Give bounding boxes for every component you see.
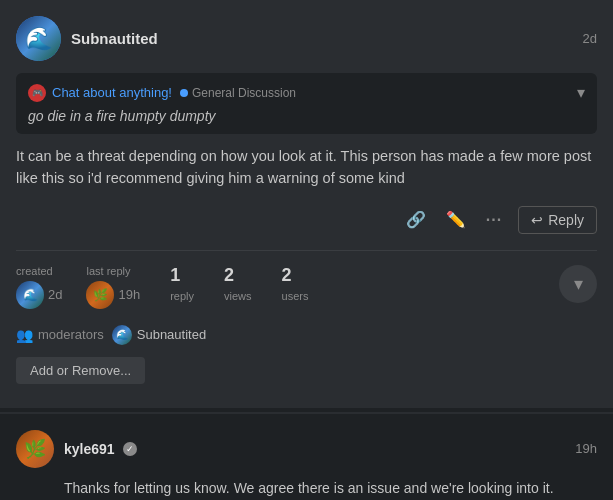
views-stat: 2 views bbox=[224, 265, 252, 306]
second-post-timestamp: 19h bbox=[575, 441, 597, 456]
users-count: 2 bbox=[282, 265, 292, 286]
users-stat: 2 users bbox=[282, 265, 309, 306]
action-bar: 🔗 ✏️ ··· ↩ Reply bbox=[16, 206, 597, 251]
second-post: 🌿 kyle691 ✓ 19h Thanks for letting us kn… bbox=[0, 412, 613, 501]
add-remove-button[interactable]: Add or Remove... bbox=[16, 357, 145, 384]
last-reply-value: 19h bbox=[118, 281, 140, 309]
post-meta: Subnautited bbox=[71, 30, 583, 47]
last-reply-label: last reply bbox=[86, 265, 140, 277]
reply-label: Reply bbox=[548, 212, 584, 228]
last-reply-avatars: 🌿 19h bbox=[86, 281, 140, 309]
reply-label: reply bbox=[170, 290, 194, 302]
avatar: 🌊 bbox=[16, 16, 61, 61]
reply-count: 1 bbox=[170, 265, 180, 286]
user-badge-avatar: 🌊 bbox=[112, 325, 132, 345]
created-section: created 🌊 2d bbox=[16, 265, 62, 309]
reply-arrow-icon: ↩ bbox=[531, 212, 543, 228]
user-badge-name: Subnautited bbox=[137, 327, 206, 342]
moderators-row: 👥 moderators 🌊 Subnautited bbox=[16, 319, 597, 357]
post-timestamp: 2d bbox=[583, 31, 597, 46]
timestamps-section: created 🌊 2d last reply 🌿 19h bbox=[16, 265, 140, 309]
quote-category: General Discussion bbox=[180, 86, 296, 100]
main-post: 🌊 Subnautited 2d 🎮 Chat about anything! … bbox=[0, 0, 613, 408]
quote-icon: 🎮 bbox=[28, 84, 46, 102]
more-options-icon[interactable]: ··· bbox=[482, 207, 506, 233]
second-post-text: Thanks for letting us know. We agree the… bbox=[64, 478, 597, 499]
user-badge: 🌊 Subnautited bbox=[112, 325, 206, 345]
views-count: 2 bbox=[224, 265, 234, 286]
stats-area: created 🌊 2d last reply 🌿 19h 1 reply 2 … bbox=[16, 251, 597, 319]
post-header: 🌊 Subnautited 2d bbox=[16, 16, 597, 61]
users-label: users bbox=[282, 290, 309, 302]
avatar-image: 🌊 bbox=[16, 16, 61, 61]
edit-icon[interactable]: ✏️ bbox=[442, 206, 470, 233]
quote-collapse-button[interactable]: ▾ bbox=[577, 83, 585, 102]
link-icon[interactable]: 🔗 bbox=[402, 206, 430, 233]
trust-level-icon: ✓ bbox=[123, 442, 137, 456]
last-reply-section: last reply 🌿 19h bbox=[86, 265, 140, 309]
quote-text: go die in a fire humpty dumpty bbox=[28, 108, 585, 124]
second-post-username: kyle691 bbox=[64, 441, 115, 457]
category-label: General Discussion bbox=[192, 86, 296, 100]
quote-block: 🎮 Chat about anything! General Discussio… bbox=[16, 73, 597, 134]
quote-header: 🎮 Chat about anything! General Discussio… bbox=[28, 83, 585, 102]
second-post-avatar: 🌿 bbox=[16, 430, 54, 468]
reply-stat: 1 reply bbox=[170, 265, 194, 306]
post-username: Subnautited bbox=[71, 30, 583, 47]
moderators-label: moderators bbox=[38, 327, 104, 342]
created-avatars: 🌊 2d bbox=[16, 281, 62, 309]
creator-avatar: 🌊 bbox=[16, 281, 44, 309]
quote-title[interactable]: Chat about anything! bbox=[52, 85, 172, 100]
moderators-icon: 👥 bbox=[16, 327, 33, 343]
category-dot bbox=[180, 89, 188, 97]
created-label: created bbox=[16, 265, 62, 277]
second-post-header: 🌿 kyle691 ✓ 19h bbox=[16, 430, 597, 468]
reply-button[interactable]: ↩ Reply bbox=[518, 206, 597, 234]
created-value: 2d bbox=[48, 281, 62, 309]
last-replier-avatar: 🌿 bbox=[86, 281, 114, 309]
moderators-badge: 👥 moderators bbox=[16, 327, 104, 343]
views-label: views bbox=[224, 290, 252, 302]
post-body: It can be a threat depending on how you … bbox=[16, 146, 597, 190]
collapse-button[interactable]: ▾ bbox=[559, 265, 597, 303]
second-post-meta: kyle691 ✓ bbox=[64, 440, 575, 458]
